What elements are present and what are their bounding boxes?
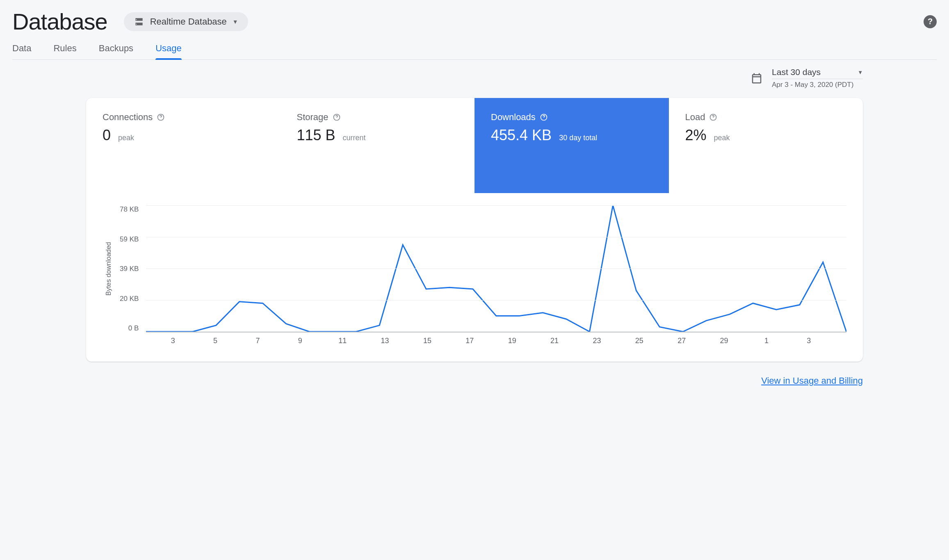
tab-rules[interactable]: Rules: [53, 42, 76, 59]
chart-y-axis: 78 KB59 KB39 KB20 KB0 B: [116, 205, 143, 332]
chart-plot-area: [146, 205, 846, 332]
date-range-picker[interactable]: Last 30 days ▼ Apr 3 - May 3, 2020 (PDT): [772, 67, 863, 89]
metric-storage-sub: current: [343, 134, 366, 142]
metric-connections-title: Connections: [103, 112, 153, 123]
page-title: Database: [12, 8, 107, 35]
metric-storage[interactable]: Storage 115 B current: [281, 98, 475, 193]
metric-connections-value: 0: [103, 127, 111, 143]
help-outline-icon[interactable]: [333, 113, 341, 121]
metric-load-value: 2%: [685, 127, 707, 143]
database-selector[interactable]: Realtime Database ▼: [124, 12, 248, 31]
metric-storage-title: Storage: [297, 112, 328, 123]
help-outline-icon[interactable]: [157, 113, 165, 121]
calendar-icon: [751, 72, 763, 84]
chart-x-axis: 35791113151719212325272913: [103, 337, 846, 345]
chart-y-axis-label: Bytes downloaded: [103, 205, 112, 332]
tab-data[interactable]: Data: [12, 42, 31, 59]
metric-downloads-title: Downloads: [491, 112, 536, 123]
tab-usage[interactable]: Usage: [155, 42, 182, 59]
metric-downloads[interactable]: Downloads 455.4 KB 30 day total: [474, 98, 669, 193]
metric-load-sub: peak: [714, 134, 730, 142]
database-selector-label: Realtime Database: [150, 16, 227, 27]
downloads-chart: Bytes downloaded 78 KB59 KB39 KB20 KB0 B…: [86, 193, 863, 362]
metric-connections[interactable]: Connections 0 peak: [86, 98, 281, 193]
metric-downloads-sub: 30 day total: [559, 134, 597, 142]
date-range-detail: Apr 3 - May 3, 2020 (PDT): [772, 81, 863, 89]
help-outline-icon[interactable]: [709, 113, 717, 121]
tab-backups[interactable]: Backups: [99, 42, 133, 59]
chevron-down-icon: ▼: [233, 18, 238, 25]
tab-bar: Data Rules Backups Usage: [12, 42, 937, 60]
metric-downloads-value: 455.4 KB: [491, 127, 552, 143]
help-outline-icon[interactable]: [540, 113, 548, 121]
chevron-down-icon: ▼: [858, 69, 863, 75]
database-icon: [134, 16, 144, 27]
date-range-label: Last 30 days: [772, 67, 821, 77]
help-button[interactable]: ?: [924, 15, 937, 28]
usage-billing-link[interactable]: View in Usage and Billing: [761, 376, 863, 386]
metric-load[interactable]: Load 2% peak: [669, 98, 863, 193]
metric-load-title: Load: [685, 112, 705, 123]
usage-card: Connections 0 peak Storage 115 B current…: [86, 98, 863, 362]
metric-storage-value: 115 B: [297, 127, 335, 143]
metric-connections-sub: peak: [118, 134, 134, 142]
